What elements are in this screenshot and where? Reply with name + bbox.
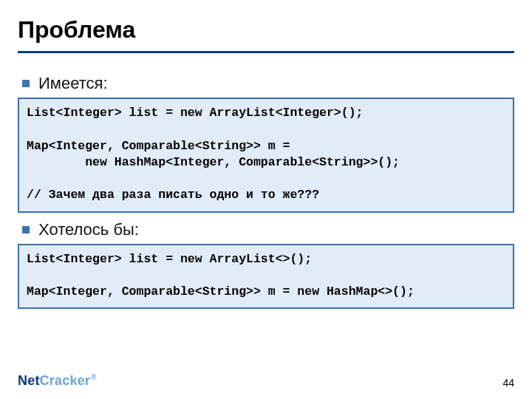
code-box-wanted: List<Integer> list = new ArrayList<>(); … xyxy=(18,244,514,310)
bullet-given-text: Имеется: xyxy=(38,74,108,93)
bullet-wanted: Хотелось бы: xyxy=(22,220,514,239)
slide: Проблема Имеется: List<Integer> list = n… xyxy=(0,0,532,399)
square-bullet-icon xyxy=(22,80,30,87)
page-number: 44 xyxy=(502,377,514,389)
square-bullet-icon xyxy=(22,226,30,233)
logo-net: Net xyxy=(18,373,40,388)
bullet-given: Имеется: xyxy=(22,74,514,93)
code-box-given: List<Integer> list = new ArrayList<Integ… xyxy=(18,98,514,213)
slide-title: Проблема xyxy=(18,16,514,44)
bullet-wanted-text: Хотелось бы: xyxy=(38,220,139,239)
footer: NetCracker® 44 xyxy=(0,373,532,389)
title-rule xyxy=(18,51,514,53)
logo-cracker: Cracker xyxy=(40,373,90,388)
logo: NetCracker® xyxy=(18,373,97,389)
logo-registered-icon: ® xyxy=(91,373,97,381)
